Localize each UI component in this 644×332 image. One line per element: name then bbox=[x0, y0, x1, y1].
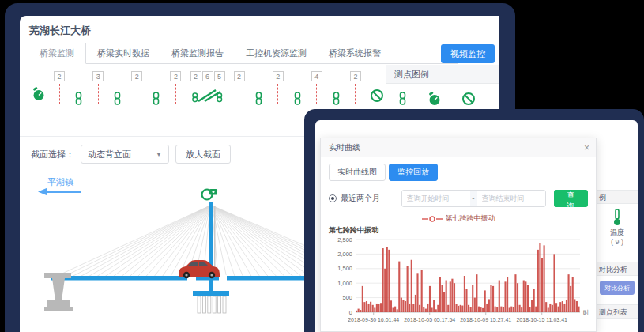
sensor-marker: 2 bbox=[273, 71, 284, 104]
main-tab-0[interactable]: 桥梁监测 bbox=[28, 43, 86, 64]
close-icon[interactable]: × bbox=[584, 143, 589, 153]
radio-label: 最近两个月 bbox=[341, 193, 380, 204]
left-arrow-icon bbox=[38, 188, 81, 196]
main-tab-2[interactable]: 桥梁监测报告 bbox=[160, 43, 235, 63]
modal-tab-1[interactable]: 监控回放 bbox=[389, 164, 438, 181]
temperature-count: ( 9 ) bbox=[597, 238, 638, 246]
sensor-count-badge: 2 bbox=[131, 71, 142, 81]
legend-icons bbox=[386, 84, 499, 109]
section-select-value: 动态背立面 bbox=[88, 149, 131, 160]
sensor-dashed-line bbox=[316, 84, 317, 104]
temperature-legend-item[interactable]: 温度 ( 9 ) bbox=[597, 204, 638, 246]
svg-text:2,000: 2,000 bbox=[337, 251, 352, 258]
bearing-sensor-group[interactable]: 265 bbox=[190, 71, 225, 107]
sensor-dashed-line bbox=[175, 84, 176, 104]
point-list-header-fragment: 测点列表 bbox=[597, 304, 638, 319]
modal-tabs: 实时曲线图监控回放 bbox=[329, 164, 588, 181]
chain-icon[interactable] bbox=[254, 92, 264, 105]
chart-title: 第七跨跨中振动 bbox=[329, 225, 588, 236]
chevron-down-icon: ▼ bbox=[156, 151, 162, 158]
sensor-marker: 2 bbox=[350, 71, 361, 104]
radio-icon bbox=[329, 194, 337, 202]
zoom-section-button[interactable]: 放大截面 bbox=[175, 145, 231, 164]
thermometer-icon bbox=[612, 220, 622, 228]
section-controls: 截面选择： 动态背立面 ▼ 放大截面 bbox=[31, 145, 231, 164]
sensor-count-badge: 5 bbox=[214, 71, 225, 81]
sensor-marker: 2 bbox=[170, 71, 181, 104]
chain-icon[interactable] bbox=[397, 92, 408, 109]
sensor-marker: 2 bbox=[131, 71, 142, 104]
sensor-count-badge: 2 bbox=[234, 71, 245, 81]
sensor-dashed-line bbox=[239, 84, 239, 104]
svg-text:2018-10-05 05:17:54: 2018-10-05 05:17:54 bbox=[404, 317, 455, 323]
bearing-icon[interactable] bbox=[191, 88, 224, 107]
sensor-dashed-line bbox=[355, 84, 356, 104]
gauge-icon[interactable] bbox=[428, 92, 441, 109]
gauge-icon[interactable] bbox=[32, 87, 45, 101]
sensor-count-badge: 4 bbox=[311, 71, 322, 81]
sensor-marker: 4 bbox=[311, 71, 322, 104]
recent-two-months-radio[interactable]: 最近两个月 bbox=[329, 193, 401, 204]
analysis-header-fragment: 对比分析 bbox=[597, 262, 638, 276]
video-monitor-button[interactable]: 视频监控 bbox=[441, 44, 495, 63]
main-tab-1[interactable]: 桥梁实时数据 bbox=[86, 43, 160, 63]
section-select-label: 截面选择： bbox=[31, 149, 74, 160]
bridge-tower bbox=[209, 202, 216, 296]
bridge-direction-label: 平湖镇 bbox=[47, 177, 73, 187]
legend-panel-header-fragment: 例 bbox=[597, 190, 638, 204]
chain-icon[interactable] bbox=[292, 92, 303, 105]
chain-icon[interactable] bbox=[112, 92, 122, 105]
svg-text:2018-10-15 11:03:41: 2018-10-15 11:03:41 bbox=[516, 317, 567, 323]
temperature-label: 温度 bbox=[597, 228, 638, 238]
query-row: 最近两个月 - 查询 bbox=[329, 190, 588, 207]
sensor-count-badge: 6 bbox=[202, 71, 213, 81]
bridge-foundation bbox=[193, 291, 229, 313]
svg-text:2018-10-09 15:27:41: 2018-10-09 15:27:41 bbox=[460, 317, 511, 323]
right-sidebar-fragments: 例 温度 ( 9 ) 对比分析 对比分析 测点列表 bbox=[597, 120, 638, 332]
chain-icon[interactable] bbox=[331, 92, 341, 105]
main-tab-4[interactable]: 桥梁系统报警 bbox=[318, 43, 392, 63]
ban-icon[interactable] bbox=[461, 92, 476, 109]
chart-legend[interactable]: 第七跨跨中振动 bbox=[329, 213, 588, 224]
svg-text:2,500: 2,500 bbox=[337, 236, 352, 243]
modal-title: 实时曲线 bbox=[329, 142, 360, 153]
sensor-count-badge: 2 bbox=[273, 71, 284, 81]
modal-titlebar: 实时曲线 × bbox=[321, 138, 596, 157]
sensor-count-badge: 2 bbox=[190, 71, 201, 81]
sensor-marker: 2 bbox=[54, 71, 65, 104]
realtime-curve-modal: 实时曲线 × 实时曲线图监控回放 最近两个月 - 查询 bbox=[320, 138, 597, 332]
camera-icon[interactable] bbox=[202, 189, 218, 200]
modal-tab-0[interactable]: 实时曲线图 bbox=[329, 164, 386, 181]
range-separator: - bbox=[470, 191, 477, 206]
sensor-dashed-line bbox=[59, 84, 60, 104]
sensor-count-badge: 3 bbox=[92, 71, 104, 81]
start-time-input[interactable] bbox=[402, 191, 470, 206]
chain-icon[interactable] bbox=[151, 92, 161, 105]
legend-marker-icon bbox=[422, 216, 443, 222]
svg-text:500: 500 bbox=[342, 294, 352, 301]
measure-point-legend-panel: 测点图例 bbox=[386, 65, 499, 109]
sensor-count-badge: 2 bbox=[54, 71, 65, 81]
svg-text:0: 0 bbox=[349, 309, 352, 316]
svg-text:1,000: 1,000 bbox=[337, 280, 352, 287]
sensor-dashed-line bbox=[98, 84, 99, 104]
chain-icon[interactable] bbox=[73, 92, 84, 105]
section-select-dropdown[interactable]: 动态背立面 ▼ bbox=[81, 145, 169, 164]
main-tab-3[interactable]: 工控机资源监测 bbox=[235, 43, 318, 63]
legend-panel-title: 测点图例 bbox=[386, 65, 499, 84]
svg-text:1,500: 1,500 bbox=[337, 265, 352, 272]
svg-text:2018-09-30 16:01:44: 2018-09-30 16:01:44 bbox=[348, 317, 399, 323]
query-button[interactable]: 查询 bbox=[554, 190, 588, 207]
date-range-picker: - bbox=[401, 190, 546, 207]
sensor-count-badge: 2 bbox=[350, 71, 361, 81]
sensor-dashed-line bbox=[277, 84, 278, 104]
popup-window-frame: 例 温度 ( 9 ) 对比分析 对比分析 测点列表 实时曲线 × 实时曲线图监控… bbox=[304, 109, 644, 332]
vibration-chart: 05001,0001,5002,0002,5002018-09-30 16:01… bbox=[329, 236, 589, 332]
end-time-input[interactable] bbox=[477, 191, 545, 206]
sensor-count-badge: 2 bbox=[170, 71, 181, 81]
ban-icon[interactable] bbox=[370, 89, 384, 103]
sensor-marker: 2 bbox=[234, 71, 245, 104]
sensor-dashed-line bbox=[137, 84, 137, 104]
sensor-marker: 3 bbox=[92, 71, 104, 104]
compare-analysis-button[interactable]: 对比分析 bbox=[600, 281, 635, 295]
